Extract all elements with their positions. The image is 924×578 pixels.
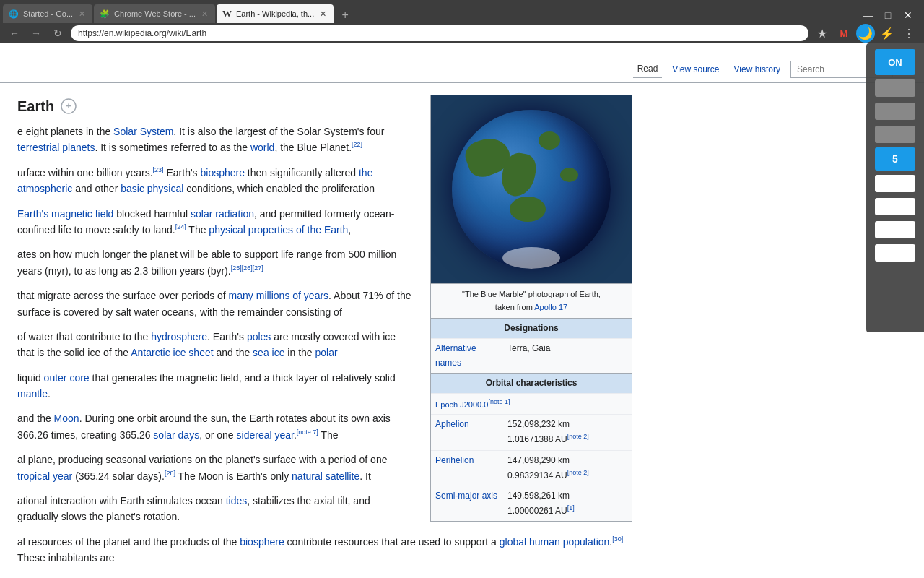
popup-gray-2	[875, 103, 915, 120]
popup-gray-3	[875, 126, 915, 143]
bookmark-icon[interactable]: ★	[813, 24, 832, 43]
semi-major-link[interactable]: Semi-major axis	[435, 491, 497, 501]
tab-1[interactable]: 🌐 Started - Go... ✕	[3, 4, 92, 23]
solar-radiation-link[interactable]: solar radiation	[191, 208, 254, 220]
popup-white-2	[875, 198, 915, 215]
popup-overlay: ON 5	[866, 43, 924, 332]
atmospheric-link[interactable]: the atmospheric	[17, 167, 372, 194]
sea-ice-link[interactable]: sea ice	[253, 347, 284, 358]
tab-1-label: Started - Go...	[23, 9, 73, 18]
biosphere-link1[interactable]: biosphere	[200, 167, 245, 178]
tab-2[interactable]: 🧩 Chrome Web Store - ... ✕	[94, 4, 215, 23]
forward-button[interactable]: →	[27, 25, 45, 42]
alt-names-label: Alternative names	[431, 339, 503, 372]
tab-3-icon: W	[222, 8, 232, 20]
popup-number-btn[interactable]: 5	[875, 147, 915, 171]
close-button[interactable]: ✕	[898, 7, 918, 23]
perihelion-row: Perihelion 147,098,290 km 0.98329134 AU[…	[431, 450, 632, 486]
aphelion-value: 152,098,232 km 1.01671388 AU[note 2]	[503, 415, 632, 449]
solar-days-link[interactable]: solar days	[153, 429, 199, 441]
perihelion-value: 147,098,290 km 0.98329134 AU[note 2]	[503, 451, 632, 486]
tab-view-source[interactable]: View source	[668, 61, 723, 77]
content-para12: diplomacy, travel, trade, and military a…	[17, 575, 632, 578]
mantle-link[interactable]: mantle	[17, 388, 48, 400]
earth-sphere	[452, 110, 611, 269]
sidereal-link[interactable]: sidereal year	[237, 429, 294, 441]
polar-link[interactable]: polar	[315, 347, 338, 358]
popup-gray-1	[875, 79, 915, 97]
tab-3[interactable]: W Earth - Wikipedia, th... ✕	[217, 4, 334, 23]
address-bar: ← → ↻ ★ M 🌙 ⚡ ⋮	[0, 23, 924, 43]
poles-link[interactable]: poles	[247, 331, 271, 342]
infobox-caption: "The Blue Marble" photograph of Earth, t…	[431, 283, 632, 318]
tides-link[interactable]: tides	[226, 495, 248, 506]
night-mode-icon[interactable]: 🌙	[856, 24, 875, 43]
epoch-row: Epoch J2000.0[note 1]	[431, 393, 632, 414]
edit-icon[interactable]: +	[60, 98, 77, 115]
wiki-content: "The Blue Marble" photograph of Earth, t…	[0, 83, 650, 578]
tab-2-icon: 🧩	[100, 9, 110, 19]
maximize-button[interactable]: □	[878, 7, 898, 23]
apollo-link[interactable]: Apollo 17	[534, 303, 567, 311]
world-link[interactable]: world	[250, 142, 274, 153]
infobox: "The Blue Marble" photograph of Earth, t…	[430, 95, 632, 522]
wiki-header: Create a Read View source View history 🔍	[0, 43, 924, 83]
svg-text:+: +	[66, 101, 71, 111]
popup-white-4	[875, 244, 915, 262]
new-tab-button[interactable]: +	[335, 7, 355, 23]
window-controls: — □ ✕	[858, 7, 921, 23]
moon-link[interactable]: Moon	[54, 413, 79, 424]
tab-view-history[interactable]: View history	[730, 61, 785, 77]
hydrosphere-link[interactable]: hydrosphere	[151, 331, 207, 342]
menu-icon[interactable]: ⋮	[899, 24, 918, 43]
tab-bar: 🌐 Started - Go... ✕ 🧩 Chrome Web Store -…	[0, 0, 924, 23]
epoch-link[interactable]: Epoch J2000.0	[435, 400, 488, 409]
page-title: Earth	[17, 95, 54, 118]
popup-white-1	[875, 175, 915, 192]
millions-years-link[interactable]: many millions of years	[229, 290, 329, 301]
tab-2-label: Chrome Web Store - ...	[114, 9, 196, 18]
refresh-button[interactable]: ↻	[49, 25, 66, 42]
terrestrial-link[interactable]: terrestrial planets	[17, 142, 95, 153]
solar-system-link[interactable]: Solar System	[113, 126, 173, 137]
semi-major-label: Semi-major axis	[431, 486, 503, 521]
alt-names-value: Terra, Gaia	[503, 339, 632, 372]
tab-2-close[interactable]: ✕	[200, 9, 209, 19]
alt-names-row: Alternative names Terra, Gaia	[431, 338, 632, 372]
natural-satellite-link[interactable]: natural satellite	[292, 470, 359, 482]
designations-header: Designations	[431, 318, 632, 338]
page-title-row: Earth +	[17, 95, 413, 118]
aphelion-link[interactable]: Aphelion	[435, 419, 469, 429]
toolbar-icons: ★ M 🌙 ⚡ ⋮	[813, 24, 918, 43]
perihelion-link[interactable]: Perihelion	[435, 455, 474, 465]
tab-read[interactable]: Read	[633, 61, 663, 78]
orbital-header: Orbital characteristics	[431, 373, 632, 393]
physical-props-link[interactable]: physical properties of the Earth	[209, 224, 348, 236]
aphelion-label: Aphelion	[431, 415, 503, 449]
minimize-button[interactable]: —	[858, 7, 878, 23]
perihelion-label: Perihelion	[431, 451, 503, 486]
semi-major-row: Semi-major axis 149,598,261 km 1.0000026…	[431, 486, 632, 521]
back-button[interactable]: ←	[6, 25, 23, 42]
popup-white-3	[875, 221, 915, 238]
create-account-bar: Create a	[0, 46, 924, 59]
extension-icon[interactable]: ⚡	[878, 24, 897, 43]
alt-names-link[interactable]: Alternative names	[435, 343, 476, 367]
tab-3-close[interactable]: ✕	[318, 9, 328, 19]
magnetic-field-link[interactable]: Earth's magnetic field	[17, 208, 113, 220]
aphelion-row: Aphelion 152,098,232 km 1.01671388 AU[no…	[431, 414, 632, 449]
infobox-image	[431, 95, 632, 283]
browser-chrome: 🌐 Started - Go... ✕ 🧩 Chrome Web Store -…	[0, 0, 924, 43]
antarctic-link[interactable]: Antarctic ice sheet	[131, 347, 213, 358]
global-population-link[interactable]: global human population	[500, 536, 610, 548]
biosphere-link2[interactable]: biosphere	[240, 536, 284, 548]
gmail-icon[interactable]: M	[834, 24, 853, 43]
on-button[interactable]: ON	[875, 49, 915, 75]
outer-core-link[interactable]: outer core	[44, 372, 90, 384]
tropical-year-link[interactable]: tropical year	[17, 470, 72, 482]
physical-link[interactable]: basic physical	[121, 183, 183, 194]
tab-3-label: Earth - Wikipedia, th...	[236, 9, 314, 18]
tab-1-close[interactable]: ✕	[77, 9, 87, 19]
tab-1-icon: 🌐	[9, 9, 19, 19]
url-bar[interactable]	[71, 25, 808, 41]
